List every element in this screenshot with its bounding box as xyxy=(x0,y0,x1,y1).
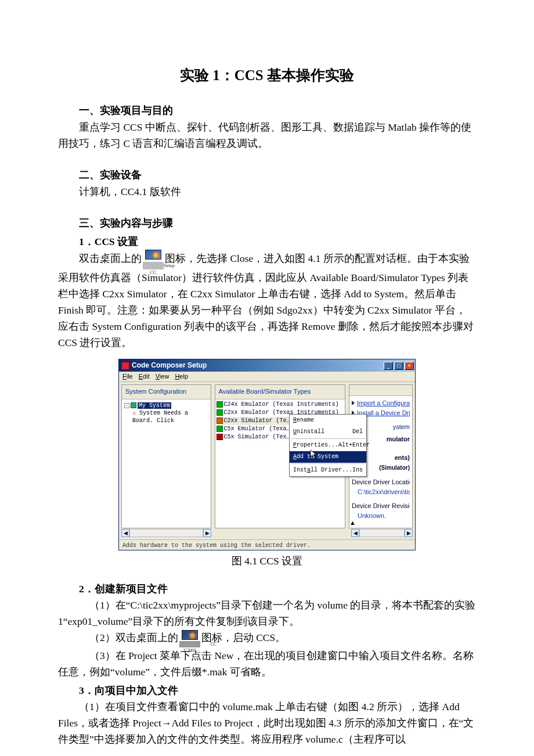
info-scrollbar[interactable]: ▲ xyxy=(349,518,412,528)
info-header xyxy=(349,385,412,395)
section-5-heading: 3．向项目中加入文件 xyxy=(58,682,476,699)
section-3-sub1: 1．CCS 设置 xyxy=(58,233,476,250)
section-2-heading: 二、实验设备 xyxy=(58,167,476,183)
maximize-button[interactable]: □ xyxy=(394,362,403,370)
svg-marker-0 xyxy=(311,450,316,459)
section-3-heading: 三、实验内容与步骤 xyxy=(58,215,476,232)
code-composer-setup-window: Code Composer Setup _ □ × File Edit View… xyxy=(118,359,416,550)
ctx-add-to-system[interactable]: Add to System xyxy=(290,451,366,463)
ctx-install-driver[interactable]: Install Driver...Ins xyxy=(290,465,366,476)
scroll-up-icon[interactable]: ▲ xyxy=(349,518,412,528)
menu-file[interactable]: File xyxy=(122,372,133,382)
cc-app-icon: CC 'C2000 xyxy=(179,630,200,647)
status-bar: Adds hardware to the system using the se… xyxy=(119,539,415,550)
s3-text-b: 图标，先选择 Close，进入如图 4.1 所示的配置对话框。由于本实验采用软件… xyxy=(58,253,474,348)
figure-caption: 图 4.1 CCS 设置 xyxy=(58,553,476,569)
list-item: C24x Emulator (Texas Instruments) xyxy=(217,401,344,409)
ddloc-heading: Device Driver Location: xyxy=(352,477,410,488)
window-title: Code Composer Setup xyxy=(132,360,207,371)
figure-4-1: Code Composer Setup _ □ × File Edit View… xyxy=(58,359,476,569)
s3-text-a: 双击桌面上的 xyxy=(79,253,142,264)
menu-edit[interactable]: Edit xyxy=(139,372,150,382)
close-button[interactable]: × xyxy=(405,362,414,370)
minimize-button[interactable]: _ xyxy=(384,362,393,370)
ddrev-heading: Device Driver Revision: xyxy=(352,501,410,512)
doc-title: 实验 1：CCS 基本操作实验 xyxy=(58,64,476,87)
panes-container: System Configuration -My System ⚠ System… xyxy=(119,382,415,528)
scroll-left-icon[interactable]: ◀ xyxy=(351,529,359,537)
s4-p2-a: （2）双击桌面上的 xyxy=(89,632,178,643)
ddloc-value: C:\tic2xx\drivers\tisim2… xyxy=(352,487,410,498)
title-latin: CCS xyxy=(234,67,267,83)
setup-cc-icon-label: Setup CC xyxy=(143,262,164,269)
s4-p1: （1）在“C:\tic2xx\myprojects”目录下创建一个名为 volu… xyxy=(58,597,476,629)
menu-help[interactable]: Help xyxy=(175,372,188,382)
s4-p3: （3）在 Project 菜单下点击 New，在出现的项目创建窗口中输入项目文件… xyxy=(58,647,476,680)
section-3-para: 双击桌面上的 Setup CC 图标，先选择 Close，进入如图 4.1 所示… xyxy=(58,250,476,351)
ctx-uninstall[interactable]: UninstallDel xyxy=(290,426,366,438)
scroll-right-icon[interactable]: ▶ xyxy=(405,529,413,537)
available-boards-header: Available Board/Simulator Types xyxy=(215,385,345,399)
setup-cc-icon: Setup CC xyxy=(143,250,164,269)
scroll-right-icon[interactable]: ▶ xyxy=(203,529,211,537)
ctx-rename[interactable]: Rename xyxy=(290,415,366,426)
app-icon xyxy=(121,362,129,370)
system-configuration-pane: System Configuration -My System ⚠ System… xyxy=(121,384,211,528)
s4-p2: （2）双击桌面上的 CC 'C2000 图标，启动 CCS。 xyxy=(58,629,476,647)
section-1-heading: 一、实验项目与目的 xyxy=(58,102,476,119)
title-post: 基本操作实验 xyxy=(267,67,354,83)
title-pre: 实验 xyxy=(180,67,212,83)
title-num: 1 xyxy=(212,67,220,83)
section-1-para: 重点学习 CCS 中断点、探针、代码剖析器、图形工具、数据追踪与 Matlab … xyxy=(58,119,476,152)
menu-bar: File Edit View Help xyxy=(119,372,415,382)
s5-p1: （1）在项目文件查看窗口中的 volume.mak 上单击右键（如图 4.2 所… xyxy=(58,699,476,747)
window-titlebar[interactable]: Code Composer Setup _ □ × xyxy=(119,359,415,372)
context-menu: Rename UninstallDel Properties...Alt+Ent… xyxy=(289,414,367,477)
system-tree[interactable]: -My System ⚠ System Needs a Board. Click xyxy=(122,399,211,427)
scroll-left-icon[interactable]: ◀ xyxy=(121,529,129,537)
title-sep: ： xyxy=(220,67,234,83)
right-horizontal-scrollbar[interactable]: ◀ ▶ xyxy=(351,529,413,537)
tree-needs-board: System Needs a Board. Click xyxy=(132,410,188,424)
section-4-heading: 2．创建新项目文件 xyxy=(58,581,476,597)
ctx-properties[interactable]: Properties...Alt+Enter xyxy=(290,440,366,451)
section-2-para: 计算机，CC4.1 版软件 xyxy=(58,183,476,200)
cursor-icon xyxy=(311,450,317,459)
left-horizontal-scrollbar[interactable]: ◀ ▶ xyxy=(121,529,211,537)
menu-view[interactable]: View xyxy=(156,372,169,382)
import-config-link[interactable]: Import a Configuration F xyxy=(357,399,410,406)
cc-app-icon-label: CC 'C2000 xyxy=(179,641,200,647)
ddrev-value: Unknown. xyxy=(352,511,410,518)
system-configuration-header: System Configuration xyxy=(122,385,211,399)
tree-my-system[interactable]: My System xyxy=(138,402,171,409)
